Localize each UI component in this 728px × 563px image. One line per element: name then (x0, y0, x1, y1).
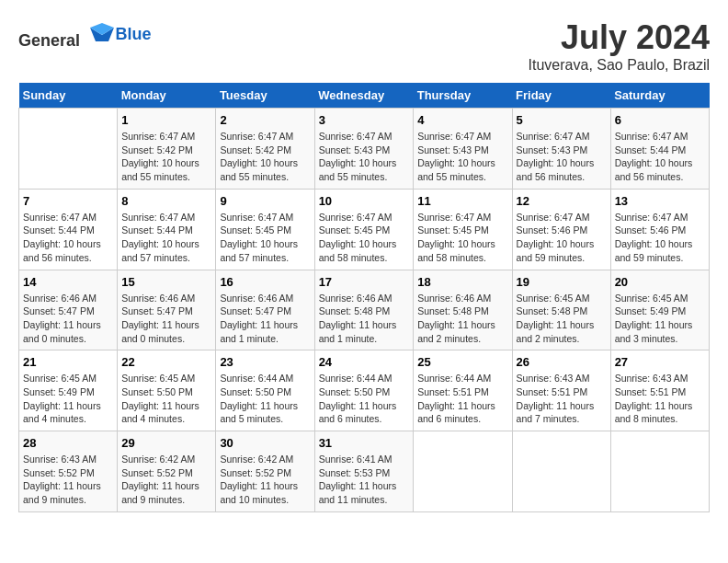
day-number: 2 (220, 113, 310, 127)
calendar-cell: 23Sunrise: 6:44 AM Sunset: 5:50 PM Dayli… (216, 350, 314, 431)
calendar-header-row: SundayMondayTuesdayWednesdayThursdayFrid… (19, 83, 710, 109)
day-info: Sunrise: 6:47 AM Sunset: 5:42 PM Dayligh… (220, 130, 310, 184)
day-info: Sunrise: 6:43 AM Sunset: 5:51 PM Dayligh… (615, 372, 705, 426)
day-number: 31 (319, 436, 410, 450)
day-number: 4 (417, 113, 507, 127)
calendar-cell: 29Sunrise: 6:42 AM Sunset: 5:52 PM Dayli… (118, 431, 216, 512)
day-info: Sunrise: 6:42 AM Sunset: 5:52 PM Dayligh… (121, 453, 211, 507)
calendar-cell: 14Sunrise: 6:46 AM Sunset: 5:47 PM Dayli… (19, 270, 118, 350)
day-info: Sunrise: 6:46 AM Sunset: 5:47 PM Dayligh… (220, 292, 310, 346)
logo: General Blue (18, 18, 152, 51)
calendar-cell: 28Sunrise: 6:43 AM Sunset: 5:52 PM Dayli… (19, 431, 118, 512)
day-number: 11 (417, 194, 507, 208)
header-day-tuesday: Tuesday (216, 83, 314, 109)
calendar-cell: 18Sunrise: 6:46 AM Sunset: 5:48 PM Dayli… (414, 270, 512, 350)
day-info: Sunrise: 6:46 AM Sunset: 5:47 PM Dayligh… (23, 292, 113, 346)
day-info: Sunrise: 6:47 AM Sunset: 5:44 PM Dayligh… (121, 211, 211, 265)
day-number: 30 (220, 436, 310, 450)
calendar-cell: 13Sunrise: 6:47 AM Sunset: 5:46 PM Dayli… (610, 189, 709, 270)
calendar-cell: 9Sunrise: 6:47 AM Sunset: 5:45 PM Daylig… (216, 189, 314, 270)
day-number: 23 (220, 355, 310, 369)
calendar-cell: 19Sunrise: 6:45 AM Sunset: 5:48 PM Dayli… (512, 270, 610, 350)
calendar-week-4: 21Sunrise: 6:45 AM Sunset: 5:49 PM Dayli… (19, 350, 710, 431)
header-day-saturday: Saturday (610, 83, 709, 109)
day-number: 25 (417, 355, 507, 369)
subtitle: Ituverava, Sao Paulo, Brazil (529, 57, 710, 74)
calendar-cell: 12Sunrise: 6:47 AM Sunset: 5:46 PM Dayli… (512, 189, 610, 270)
day-info: Sunrise: 6:41 AM Sunset: 5:53 PM Dayligh… (319, 453, 410, 507)
header-day-wednesday: Wednesday (314, 83, 414, 109)
day-number: 9 (220, 194, 310, 208)
day-info: Sunrise: 6:47 AM Sunset: 5:43 PM Dayligh… (517, 130, 607, 184)
calendar-cell: 16Sunrise: 6:46 AM Sunset: 5:47 PM Dayli… (216, 270, 314, 350)
calendar-cell: 30Sunrise: 6:42 AM Sunset: 5:52 PM Dayli… (216, 431, 314, 512)
header: General Blue July 2024 Ituverava, Sao Pa… (18, 18, 710, 74)
logo-general-text: General (18, 31, 80, 50)
day-info: Sunrise: 6:47 AM Sunset: 5:44 PM Dayligh… (615, 130, 705, 184)
calendar-cell: 24Sunrise: 6:44 AM Sunset: 5:50 PM Dayli… (314, 350, 414, 431)
day-info: Sunrise: 6:44 AM Sunset: 5:50 PM Dayligh… (220, 372, 310, 426)
day-number: 18 (417, 275, 507, 289)
header-day-friday: Friday (512, 83, 610, 109)
calendar-cell: 7Sunrise: 6:47 AM Sunset: 5:44 PM Daylig… (19, 189, 118, 270)
day-number: 26 (517, 355, 607, 369)
calendar-cell: 11Sunrise: 6:47 AM Sunset: 5:45 PM Dayli… (414, 189, 512, 270)
header-day-thursday: Thursday (414, 83, 512, 109)
calendar-week-3: 14Sunrise: 6:46 AM Sunset: 5:47 PM Dayli… (19, 270, 710, 350)
day-number: 1 (121, 113, 211, 127)
day-info: Sunrise: 6:47 AM Sunset: 5:45 PM Dayligh… (417, 211, 507, 265)
day-number: 21 (23, 355, 113, 369)
day-info: Sunrise: 6:47 AM Sunset: 5:44 PM Dayligh… (23, 211, 113, 265)
calendar-week-1: 1Sunrise: 6:47 AM Sunset: 5:42 PM Daylig… (19, 109, 710, 190)
title-area: July 2024 Ituverava, Sao Paulo, Brazil (529, 18, 710, 74)
calendar-cell (610, 431, 709, 512)
day-info: Sunrise: 6:46 AM Sunset: 5:48 PM Dayligh… (319, 292, 410, 346)
calendar-table: SundayMondayTuesdayWednesdayThursdayFrid… (18, 83, 710, 512)
day-info: Sunrise: 6:47 AM Sunset: 5:45 PM Dayligh… (220, 211, 310, 265)
calendar-cell (512, 431, 610, 512)
day-info: Sunrise: 6:45 AM Sunset: 5:49 PM Dayligh… (23, 372, 113, 426)
calendar-cell: 26Sunrise: 6:43 AM Sunset: 5:51 PM Dayli… (512, 350, 610, 431)
day-number: 17 (319, 275, 410, 289)
logo-blue-text: Blue (116, 25, 152, 43)
day-number: 8 (121, 194, 211, 208)
calendar-cell: 17Sunrise: 6:46 AM Sunset: 5:48 PM Dayli… (314, 270, 414, 350)
day-info: Sunrise: 6:45 AM Sunset: 5:50 PM Dayligh… (121, 372, 211, 426)
calendar-cell: 4Sunrise: 6:47 AM Sunset: 5:43 PM Daylig… (414, 109, 512, 190)
day-number: 29 (121, 436, 211, 450)
day-info: Sunrise: 6:47 AM Sunset: 5:42 PM Dayligh… (121, 130, 211, 184)
calendar-cell: 8Sunrise: 6:47 AM Sunset: 5:44 PM Daylig… (118, 189, 216, 270)
day-number: 6 (615, 113, 705, 127)
day-number: 27 (615, 355, 705, 369)
day-number: 15 (121, 275, 211, 289)
calendar-cell: 2Sunrise: 6:47 AM Sunset: 5:42 PM Daylig… (216, 109, 314, 190)
day-info: Sunrise: 6:45 AM Sunset: 5:49 PM Dayligh… (615, 292, 705, 346)
calendar-cell: 31Sunrise: 6:41 AM Sunset: 5:53 PM Dayli… (314, 431, 414, 512)
day-number: 10 (319, 194, 410, 208)
calendar-cell: 25Sunrise: 6:44 AM Sunset: 5:51 PM Dayli… (414, 350, 512, 431)
day-info: Sunrise: 6:44 AM Sunset: 5:50 PM Dayligh… (319, 372, 410, 426)
logo-icon (88, 18, 116, 46)
day-info: Sunrise: 6:42 AM Sunset: 5:52 PM Dayligh… (220, 453, 310, 507)
calendar-cell: 10Sunrise: 6:47 AM Sunset: 5:45 PM Dayli… (314, 189, 414, 270)
main-title: July 2024 (529, 18, 710, 57)
calendar-cell (19, 109, 118, 190)
calendar-cell: 21Sunrise: 6:45 AM Sunset: 5:49 PM Dayli… (19, 350, 118, 431)
header-day-sunday: Sunday (19, 83, 118, 109)
calendar-cell: 6Sunrise: 6:47 AM Sunset: 5:44 PM Daylig… (610, 109, 709, 190)
day-number: 12 (517, 194, 607, 208)
day-info: Sunrise: 6:47 AM Sunset: 5:46 PM Dayligh… (517, 211, 607, 265)
day-info: Sunrise: 6:43 AM Sunset: 5:51 PM Dayligh… (517, 372, 607, 426)
day-info: Sunrise: 6:47 AM Sunset: 5:45 PM Dayligh… (319, 211, 410, 265)
day-number: 16 (220, 275, 310, 289)
calendar-cell: 27Sunrise: 6:43 AM Sunset: 5:51 PM Dayli… (610, 350, 709, 431)
calendar-week-5: 28Sunrise: 6:43 AM Sunset: 5:52 PM Dayli… (19, 431, 710, 512)
day-info: Sunrise: 6:46 AM Sunset: 5:48 PM Dayligh… (417, 292, 507, 346)
calendar-cell: 20Sunrise: 6:45 AM Sunset: 5:49 PM Dayli… (610, 270, 709, 350)
day-number: 20 (615, 275, 705, 289)
calendar-week-2: 7Sunrise: 6:47 AM Sunset: 5:44 PM Daylig… (19, 189, 710, 270)
day-info: Sunrise: 6:45 AM Sunset: 5:48 PM Dayligh… (517, 292, 607, 346)
day-number: 7 (23, 194, 113, 208)
day-number: 14 (23, 275, 113, 289)
day-info: Sunrise: 6:47 AM Sunset: 5:43 PM Dayligh… (319, 130, 410, 184)
